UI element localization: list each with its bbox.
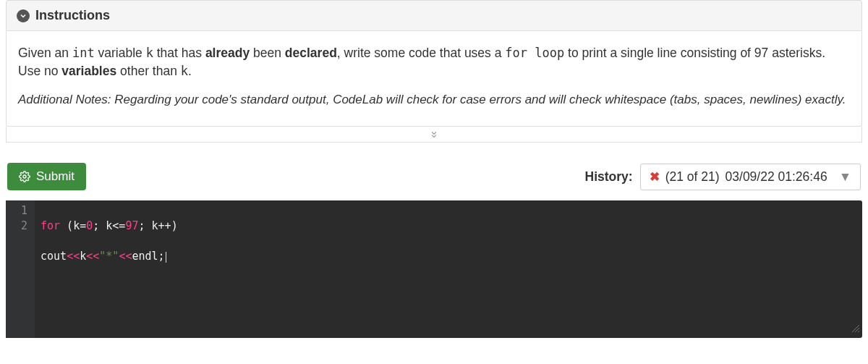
instructions-title: Instructions — [35, 8, 110, 23]
svg-point-0 — [23, 175, 26, 178]
additional-notes: Additional Notes: Regarding your code's … — [18, 91, 850, 109]
line-number: 2 — [16, 219, 27, 234]
history-dropdown[interactable]: ✖ (21 of 21) 03/09/22 01:26:46 ▼ — [640, 164, 861, 190]
resize-handle-icon[interactable] — [851, 321, 859, 337]
instructions-body: Given an int variable k that has already… — [6, 31, 862, 127]
gear-icon — [19, 171, 30, 182]
status-failed-icon: ✖ — [650, 169, 660, 185]
code-token-int: int — [72, 46, 95, 60]
code-line-1: for (k=0; k<=97; k++) — [41, 219, 856, 234]
svg-line-3 — [858, 331, 859, 332]
code-token-k: k — [146, 46, 153, 60]
submit-label: Submit — [36, 169, 75, 184]
double-chevron-down-icon — [429, 130, 439, 140]
history-label: History: — [585, 169, 633, 185]
submit-button[interactable]: Submit — [7, 163, 86, 190]
caret-down-icon: ▼ — [839, 169, 851, 185]
code-editor[interactable]: 1 2 for (k=0; k<=97; k++) cout<<k<<"*"<<… — [6, 200, 862, 338]
expand-divider[interactable] — [6, 127, 862, 143]
history-block: History: ✖ (21 of 21) 03/09/22 01:26:46 … — [585, 164, 861, 190]
problem-statement: Given an int variable k that has already… — [18, 44, 850, 81]
line-number: 1 — [16, 203, 27, 219]
code-content[interactable]: for (k=0; k<=97; k++) cout<<k<<"*"<<endl… — [35, 200, 862, 338]
history-timestamp: 03/09/22 01:26:46 — [726, 169, 827, 185]
instructions-header[interactable]: Instructions — [6, 0, 862, 31]
code-token-for-loop: for loop — [505, 46, 564, 60]
collapse-icon[interactable] — [17, 9, 30, 22]
history-count: (21 of 21) — [665, 169, 720, 185]
action-row: Submit History: ✖ (21 of 21) 03/09/22 01… — [6, 163, 862, 200]
text-cursor — [166, 252, 166, 263]
line-gutter: 1 2 — [6, 200, 35, 338]
code-line-2: cout<<k<<"*"<<endl; — [41, 249, 856, 264]
